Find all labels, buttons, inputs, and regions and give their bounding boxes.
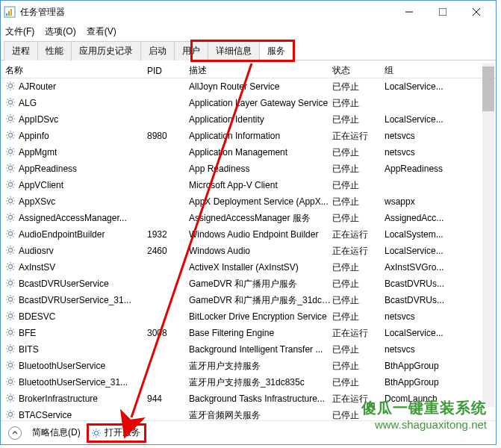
service-desc: ActiveX Installer (AxInstSV) [189, 262, 332, 273]
service-group: LocalSystem... [385, 229, 467, 240]
header-status[interactable]: 状态 [332, 64, 385, 77]
service-status: 正在运行 [332, 130, 385, 143]
table-row[interactable]: AppReadinessApp Readiness已停止AppReadiness [1, 161, 496, 177]
table-row[interactable]: BrokerInfrastructure944Background Tasks … [1, 391, 496, 407]
service-status: 已停止 [332, 212, 385, 225]
svg-point-26 [8, 379, 12, 383]
table-row[interactable]: AudioEndpointBuilder1932Windows Audio En… [1, 226, 496, 243]
header-desc[interactable]: 描述 [189, 64, 332, 77]
menu-options[interactable]: 选项(O) [45, 25, 75, 38]
table-row[interactable]: Appinfo8980Application Information正在运行ne… [1, 128, 496, 144]
tab-用户[interactable]: 用户 [174, 41, 208, 60]
service-status: 已停止 [332, 163, 385, 175]
close-button[interactable] [459, 1, 493, 22]
svg-point-12 [8, 149, 12, 153]
column-headers: 名称 PID 描述 状态 组 [1, 60, 496, 78]
scroll-thumb[interactable] [482, 66, 494, 111]
gear-icon [5, 278, 19, 290]
menu-file[interactable]: 文件(F) [5, 25, 34, 38]
table-row[interactable]: BluetoothUserService_31...蓝牙用户支持服务_31dc8… [1, 374, 496, 391]
service-desc: Windows Audio [189, 246, 332, 256]
service-name: BTACService [19, 410, 72, 420]
service-status: 正在运行 [332, 393, 385, 405]
window-title: 任务管理器 [20, 6, 392, 19]
service-group: LocalService... [385, 81, 467, 92]
maximize-button[interactable] [426, 1, 459, 22]
service-name: Audiosrv [19, 246, 54, 256]
service-desc: Application Identity [189, 114, 332, 125]
service-name: AJRouter [19, 81, 56, 92]
service-pid: 2460 [147, 246, 189, 256]
service-name: AxInstSV [19, 262, 55, 273]
minimize-button[interactable] [392, 1, 426, 22]
table-row[interactable]: BDESVCBitLocker Drive Encryption Service… [1, 308, 496, 325]
table-row[interactable]: AssignedAccessManager...AssignedAccessMa… [1, 210, 496, 226]
tab-启动[interactable]: 启动 [140, 41, 175, 60]
service-name: BcastDVRUserService_31... [19, 295, 131, 305]
tab-进程[interactable]: 进程 [4, 41, 38, 60]
tab-应用历史记录[interactable]: 应用历史记录 [71, 41, 141, 60]
service-desc: AssignedAccessManager 服务 [189, 212, 332, 225]
table-row[interactable]: ALGApplication Layer Gateway Service已停止 [1, 95, 496, 111]
service-status: 已停止 [332, 113, 385, 126]
gear-icon [5, 179, 19, 192]
gear-icon [5, 228, 19, 241]
service-group: netsvcs [385, 131, 467, 141]
service-name: AppReadiness [19, 164, 77, 174]
app-icon [4, 6, 16, 18]
table-row[interactable]: BITSBackground Intelligent Transfer ...已… [1, 341, 496, 358]
table-row[interactable]: AppIDSvcApplication Identity已停止LocalServ… [1, 111, 496, 128]
service-desc: AllJoyn Router Service [189, 81, 332, 92]
tab-详细信息[interactable]: 详细信息 [208, 41, 260, 60]
titlebar: 任务管理器 [1, 1, 496, 23]
table-row[interactable]: BTACService蓝牙音频网关服务已停止 [1, 407, 496, 420]
brief-info-link[interactable]: 简略信息(D) [32, 426, 81, 439]
service-name: AssignedAccessManager... [19, 213, 127, 223]
gear-icon [5, 245, 19, 258]
expand-button[interactable] [8, 426, 22, 440]
tab-服务[interactable]: 服务 [259, 41, 293, 60]
menubar: 文件(F) 选项(O) 查看(V) [1, 23, 496, 40]
svg-point-29 [94, 431, 98, 435]
table-row[interactable]: AppVClientMicrosoft App-V Client已停止 [1, 177, 496, 193]
table-row[interactable]: BFE3008Base Filtering Engine正在运行LocalSer… [1, 325, 496, 341]
open-services-link[interactable]: 打开服务 [91, 426, 140, 439]
header-group[interactable]: 组 [385, 64, 467, 77]
service-name: BluetoothUserService_31... [19, 377, 128, 388]
service-name: Appinfo [19, 131, 49, 141]
gear-icon [5, 196, 19, 208]
table-row[interactable]: AJRouterAllJoyn Router Service已停止LocalSe… [1, 78, 496, 95]
service-desc: App Readiness [189, 164, 332, 174]
gear-icon [5, 212, 19, 225]
header-pid[interactable]: PID [147, 66, 189, 76]
gear-icon [5, 163, 19, 175]
service-name: AppIDSvc [19, 114, 58, 125]
table-row[interactable]: BcastDVRUserService_31...GameDVR 和广播用户服务… [1, 292, 496, 308]
header-name[interactable]: 名称 [5, 64, 147, 77]
service-pid: 3008 [147, 328, 189, 338]
table-row[interactable]: AppMgmtApplication Management已停止netsvcs [1, 144, 496, 161]
menu-view[interactable]: 查看(V) [87, 25, 116, 38]
service-desc: Windows Audio Endpoint Builder [189, 229, 332, 240]
service-desc: AppX Deployment Service (AppX... [189, 196, 332, 207]
table-row[interactable]: BcastDVRUserServiceGameDVR 和广播用户服务已停止Bca… [1, 276, 496, 292]
table-row[interactable]: AppXSvcAppX Deployment Service (AppX...已… [1, 193, 496, 210]
service-group: wsappx [385, 196, 467, 207]
bottombar: 简略信息(D) 打开服务 [1, 420, 496, 444]
service-name: BITS [19, 344, 39, 355]
scrollbar[interactable] [482, 63, 494, 407]
service-desc: Background Tasks Infrastructure... [189, 393, 332, 404]
table-row[interactable]: AxInstSVActiveX Installer (AxInstSV)已停止A… [1, 259, 496, 276]
table-row[interactable]: BluetoothUserService蓝牙用户支持服务已停止BthAppGro… [1, 358, 496, 374]
svg-point-19 [8, 264, 12, 268]
service-desc: 蓝牙用户支持服务_31dc835c [189, 376, 332, 389]
service-status: 正在运行 [332, 245, 385, 258]
service-pid: 944 [147, 393, 189, 404]
tab-性能[interactable]: 性能 [37, 41, 72, 60]
table-row[interactable]: Audiosrv2460Windows Audio正在运行LocalServic… [1, 243, 496, 259]
service-group: BthAppGroup [385, 361, 467, 371]
service-group: BthAppGroup [385, 377, 467, 388]
svg-rect-3 [10, 9, 12, 16]
svg-rect-1 [6, 13, 7, 16]
service-desc: Application Information [189, 131, 332, 141]
